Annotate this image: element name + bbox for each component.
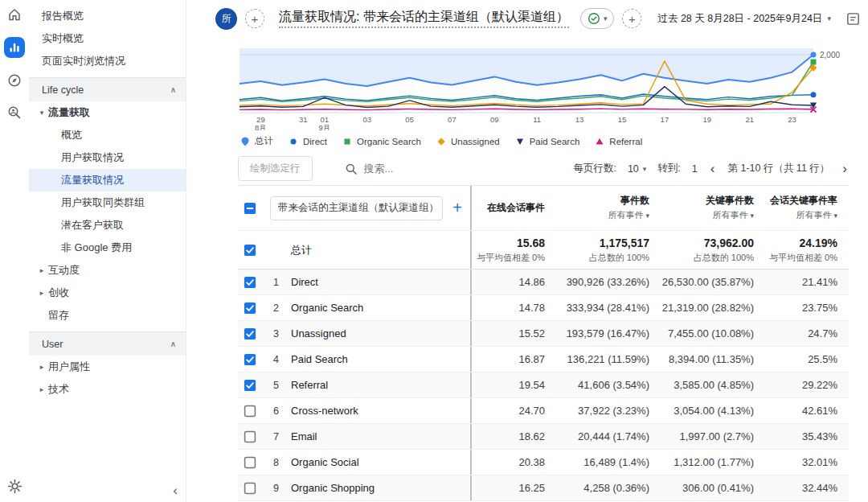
sidebar-item[interactable]: 潜在客户获取 [29, 214, 186, 237]
add-report-chip-button[interactable]: + [622, 9, 641, 28]
column-header[interactable]: 事件数所有事件 ▾ [556, 195, 661, 222]
channel-name: Organic Shopping [291, 475, 472, 500]
row-checkbox[interactable] [238, 295, 270, 320]
page-prev-icon[interactable]: ‹ [709, 162, 717, 175]
sidebar-item[interactable]: ▸技术 [29, 378, 186, 401]
plot-selected-rows-button[interactable]: 绘制选定行 [238, 156, 313, 181]
table-row[interactable]: 1Direct14.86390,926 (33.26%)26,530.00 (3… [238, 270, 849, 295]
add-dimension-button[interactable]: + [452, 199, 462, 217]
sidebar-item[interactable]: 流量获取情况 [29, 169, 186, 191]
sidebar-item-label: 用户获取情况 [61, 150, 124, 165]
comparison-chip-label: 所 [222, 12, 231, 26]
explore-icon[interactable] [5, 71, 24, 90]
table-row[interactable]: 5Referral19.5441,606 (3.54%)3,585.00 (4.… [238, 372, 849, 398]
legend-item[interactable]: Organic Search [342, 136, 421, 147]
metric-cell: 19.54 [472, 379, 556, 391]
sidebar-item[interactable]: ▸互动度 [29, 259, 186, 282]
advertising-icon[interactable] [5, 103, 24, 122]
icon-rail [0, 0, 29, 502]
rows-per-page-label: 每页行数: [573, 162, 616, 175]
total-checkbox[interactable] [238, 231, 270, 269]
sidebar-item[interactable]: ▾流量获取 [29, 101, 186, 124]
comparison-chip[interactable]: 所 [215, 8, 237, 30]
report-status-menu[interactable]: ▾ [580, 8, 615, 29]
metric-cell: 3,585.00 (4.85%) [661, 379, 765, 391]
select-all-checkbox[interactable] [238, 186, 270, 230]
sidebar-item[interactable]: 留存 [29, 304, 186, 327]
home-icon[interactable] [5, 5, 24, 24]
table-row[interactable]: 6Cross-network24.7037,922 (3.23%)3,054.0… [238, 398, 849, 424]
metric-cell: 32.01% [765, 456, 849, 468]
sidebar-item[interactable]: ▸用户属性 [29, 356, 186, 378]
sidebar-item[interactable]: 概览 [29, 124, 186, 146]
table-row[interactable]: 4Paid Search16.87136,221 (11.59%)8,394.0… [238, 347, 849, 372]
row-index: 6 [270, 405, 291, 417]
legend-item[interactable]: Unassigned [436, 136, 500, 147]
sidebar-item[interactable]: 页面实时浏览情况 [29, 50, 186, 72]
x-tick-label: 15 [618, 115, 627, 124]
rows-per-page-dropdown[interactable]: 10 ▾ [628, 163, 646, 175]
metric-cell: 136,221 (11.59%) [556, 353, 661, 365]
channel-table: 带来会话的主渠道组（默认渠道组） ▾ + 在线会话事件事件数所有事件 ▾关键事件… [238, 186, 849, 501]
sidebar-item[interactable]: 非 Google 费用 [29, 237, 186, 259]
metric-cell: 306.00 (0.41%) [661, 482, 765, 494]
row-checkbox[interactable] [238, 347, 270, 372]
sidebar-item[interactable]: 用户获取情况 [29, 146, 186, 169]
column-header[interactable]: 关键事件数所有事件 ▾ [661, 195, 765, 222]
row-checkbox[interactable] [238, 424, 270, 449]
metric-cell: 21,319.00 (28.82%) [661, 302, 765, 314]
circle-marker-icon [288, 136, 299, 147]
metric-cell: 193,579 (16.47%) [556, 327, 661, 339]
x-tick-label: 019月 [318, 115, 330, 130]
sidebar-item[interactable]: ▸创收 [29, 282, 186, 304]
channel-name: Cross-network [291, 398, 472, 423]
page-next-icon[interactable]: › [841, 162, 849, 175]
table-row[interactable]: 3Unassigned15.52193,579 (16.47%)7,455.00… [238, 321, 849, 347]
sidebar-item[interactable]: Life cycle∧ [29, 77, 186, 101]
add-comparison-button[interactable]: + [245, 9, 264, 28]
legend-item[interactable]: Direct [288, 136, 327, 147]
row-checkbox[interactable] [238, 321, 270, 346]
settings-gear-icon[interactable] [5, 476, 24, 496]
metric-cell: 29.22% [765, 379, 849, 391]
table-row[interactable]: 2Organic Search14.78333,934 (28.41%)21,3… [238, 295, 849, 321]
legend-item[interactable]: Paid Search [514, 136, 580, 147]
primary-dimension-dropdown[interactable]: 带来会话的主渠道组（默认渠道组） ▾ [270, 196, 443, 220]
table-row[interactable]: 7Email18.6220,444 (1.74%)1,997.00 (2.7%)… [238, 424, 849, 450]
channel-name: Direct [291, 270, 472, 294]
column-header[interactable]: 会话关键事件率所有事件 ▾ [765, 195, 849, 222]
table-row[interactable]: 8Organic Social20.3816,489 (1.4%)1,312.0… [238, 450, 849, 475]
sidebar-item[interactable]: 实时概览 [29, 27, 186, 50]
rows-per-page-value: 10 [628, 163, 639, 175]
total-cell: 73,962.00占总数的 100% [661, 237, 765, 264]
pin-marker-icon [240, 136, 251, 147]
goto-label: 转到: [657, 162, 680, 175]
row-checkbox[interactable] [238, 450, 270, 475]
row-checkbox[interactable] [238, 270, 270, 294]
goto-page-value[interactable]: 1 [692, 163, 698, 175]
table-header-row: 带来会话的主渠道组（默认渠道组） ▾ + 在线会话事件事件数所有事件 ▾关键事件… [238, 186, 849, 231]
channel-name: Organic Search [291, 295, 472, 320]
chevron-right-icon: ▸ [35, 289, 48, 297]
table-row[interactable]: 9Organic Shopping16.254,258 (0.36%)306.0… [238, 475, 849, 501]
sidebar-item[interactable]: 报告概览 [29, 5, 186, 27]
row-checkbox[interactable] [238, 475, 270, 500]
legend-item[interactable]: 总计 [240, 135, 273, 147]
metric-cell: 37,922 (3.23%) [556, 405, 661, 417]
legend-item[interactable]: Referral [594, 136, 642, 147]
row-index: 3 [270, 328, 291, 339]
sidebar-item[interactable]: User∧ [29, 331, 186, 356]
reports-icon[interactable] [4, 37, 25, 58]
report-title[interactable]: 流量获取情况: 带来会话的主渠道组（默认渠道组） [279, 9, 569, 28]
sidebar-item-label: 用户属性 [48, 360, 90, 374]
sidebar-collapse-icon[interactable]: ‹ [173, 483, 178, 499]
sidebar-item[interactable]: 用户获取同类群组 [29, 191, 186, 214]
search-input[interactable] [364, 163, 469, 175]
metric-cell: 26,530.00 (35.87%) [661, 276, 765, 288]
row-checkbox[interactable] [238, 372, 270, 397]
notes-icon[interactable] [845, 11, 861, 27]
date-range-picker[interactable]: 过去 28 天 8月28日 - 2025年9月24日 ▾ [657, 12, 830, 26]
row-checkbox[interactable] [238, 398, 270, 423]
chevron-down-icon: ▾ [643, 165, 647, 173]
column-header[interactable]: 在线会话事件 [472, 202, 556, 215]
